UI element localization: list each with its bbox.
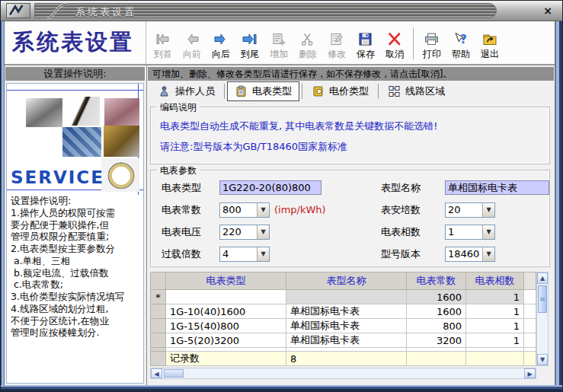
decor-line-h1 (7, 90, 143, 91)
cell-type[interactable]: 1G-10(40)1600 (166, 304, 286, 319)
combo-arrow-icon[interactable]: ▼ (482, 247, 494, 261)
cell-constant[interactable]: 800 (407, 319, 466, 333)
goto-last-button[interactable]: 到尾 (235, 24, 264, 63)
meter-type-table: 电表类型 表型名称 电表常数 电表相数 * 1600 1 1G-10(40)1 (150, 272, 536, 366)
prev-arrow-icon (184, 31, 200, 47)
col-model-name[interactable]: 表型名称 (286, 272, 407, 290)
table-row[interactable]: 1G-5(20)3200 单相国标电卡表 3200 1 (151, 333, 536, 348)
cancel-button[interactable]: 取消 (380, 24, 409, 63)
col-phases[interactable]: 电表相数 (466, 272, 524, 290)
meter-constant-combo[interactable]: 800 ▼ (219, 202, 270, 218)
app-window: 系统表设置 × 系统表设置 到首 向前 (0, 0, 563, 392)
tab-operators[interactable]: 操作人员 (151, 82, 222, 100)
cell-phases[interactable]: 1 (466, 290, 524, 304)
overload-combo[interactable]: 4 ▼ (219, 247, 270, 262)
coding-group-title: 编码说明 (157, 101, 200, 114)
tab-separator (378, 84, 379, 99)
delete-button[interactable]: 删除 (293, 24, 322, 63)
col-filler (524, 272, 536, 290)
go-previous-button[interactable]: 向前 (178, 24, 206, 63)
scrollbar-track[interactable] (537, 314, 548, 354)
exit-folder-icon (481, 31, 498, 47)
ampere-combo[interactable]: 20 ▼ (445, 202, 495, 218)
cell-name[interactable]: 单相国标电卡表 (286, 304, 407, 319)
cell-name[interactable]: 单相国标电卡表 (286, 319, 407, 333)
coding-note-1: 电表类型自动生成不能重复, 其中电表常数是关键数据不能选错! (157, 116, 549, 136)
cell-type[interactable]: 1G-15(40)800 (166, 319, 286, 333)
tab-bar: 操作人员 电表类型 电价类型 (147, 81, 555, 101)
cell-name[interactable] (286, 290, 407, 304)
combo-arrow-icon[interactable]: ▼ (257, 203, 269, 217)
exit-button[interactable]: 退出 (475, 24, 504, 63)
photo-tile-keyboard (62, 127, 101, 157)
col-meter-type[interactable]: 电表类型 (166, 272, 286, 290)
ampere-label: 表安培数 (381, 203, 445, 217)
row-selector[interactable] (151, 304, 166, 319)
scrollbar-thumb[interactable]: ≡ (538, 285, 547, 313)
app-logo-icon (6, 3, 30, 18)
scrollbar-track[interactable] (185, 368, 524, 378)
scroll-down-icon[interactable]: ▼ (537, 354, 548, 365)
combo-arrow-icon[interactable]: ▼ (482, 225, 494, 239)
clipboard-icon (235, 85, 248, 97)
model-version-combo[interactable]: 18460 ▼ (445, 247, 495, 262)
record-count-row: 记录数 8 (151, 352, 536, 366)
col-meter-constant[interactable]: 电表常数 (407, 272, 466, 290)
tab-meter-type[interactable]: 电表类型 (227, 81, 299, 101)
help-button[interactable]: ? 帮助 (446, 24, 475, 63)
combo-arrow-icon[interactable]: ▼ (257, 247, 269, 261)
model-version-label: 型号版本 (381, 247, 445, 261)
record-count-label: 记录数 (166, 352, 286, 366)
record-count-value: 8 (286, 352, 407, 366)
scissors-icon (299, 31, 316, 47)
cell-phases[interactable]: 1 (466, 319, 524, 333)
last-arrow-icon (242, 31, 258, 47)
save-button[interactable]: 保存 (351, 24, 380, 63)
modify-button[interactable]: 修改 (322, 24, 351, 63)
goto-first-button[interactable]: 到首 (149, 24, 178, 63)
window-border-left (1, 21, 5, 391)
sidebar-panel: SERVICE 设置操作说明: 1.操作人员的权限可按需 要分配便于兼职操作,但… (6, 83, 144, 384)
cell-constant[interactable]: 3200 (407, 333, 466, 348)
add-button[interactable]: 增加 (264, 24, 293, 63)
new-row-marker[interactable]: * (151, 290, 166, 304)
toolbar-separator (413, 27, 414, 59)
red-x-icon (386, 31, 403, 47)
tab-price-type[interactable]: 电价类型 (305, 82, 376, 100)
table-new-row[interactable]: * 1600 1 (151, 290, 536, 304)
cell-type[interactable]: 1G-5(20)3200 (166, 333, 286, 348)
voltage-combo[interactable]: 220 ▼ (219, 225, 270, 240)
edit-note-icon (328, 31, 345, 47)
cell-phases[interactable]: 1 (466, 304, 524, 319)
horizontal-scrollbar[interactable]: ◀ ▶ (150, 368, 536, 379)
row-selector-header[interactable] (151, 272, 166, 290)
main-area: 可增加、删除、修改各类型后请进行保存，如不保存修改，请点击[取消]。 操作人员 … (147, 65, 555, 385)
close-button[interactable]: × (540, 4, 555, 18)
meter-type-field[interactable]: 1G220-20(80)800 (219, 180, 321, 195)
photo-tile-pen (63, 97, 100, 126)
phases-combo[interactable]: 1 ▼ (445, 225, 495, 240)
cell-constant[interactable]: 1600 (407, 290, 466, 304)
vertical-scrollbar[interactable]: ▲ ≡ ▼ (536, 272, 549, 366)
model-name-field[interactable]: 单相国标电卡表 (445, 180, 549, 195)
row-selector[interactable] (151, 333, 166, 348)
tab-line-area[interactable]: 线路区域 (381, 82, 452, 100)
go-next-button[interactable]: 向后 (206, 24, 235, 63)
blocks-icon (388, 85, 401, 97)
combo-arrow-icon[interactable]: ▼ (482, 203, 494, 217)
help-cursor-icon: ? (453, 31, 469, 47)
scroll-up-icon[interactable]: ▲ (537, 272, 548, 284)
combo-arrow-icon[interactable]: ▼ (257, 225, 269, 239)
row-selector[interactable] (151, 319, 166, 333)
cell-type[interactable] (166, 290, 286, 304)
scroll-right-icon[interactable]: ▶ (524, 368, 536, 378)
cell-name[interactable]: 单相国标电卡表 (286, 333, 407, 348)
photo-tile-watch (101, 158, 139, 192)
cell-constant[interactable]: 1600 (407, 304, 466, 319)
table-row[interactable]: 1G-10(40)1600 单相国标电卡表 1600 1 (151, 304, 536, 319)
print-button[interactable]: 打印 (417, 24, 446, 63)
scrollbar-thumb[interactable] (164, 369, 184, 378)
cell-phases[interactable]: 1 (466, 333, 524, 348)
scroll-left-icon[interactable]: ◀ (151, 368, 162, 378)
table-row[interactable]: 1G-15(40)800 单相国标电卡表 800 1 (151, 319, 536, 333)
